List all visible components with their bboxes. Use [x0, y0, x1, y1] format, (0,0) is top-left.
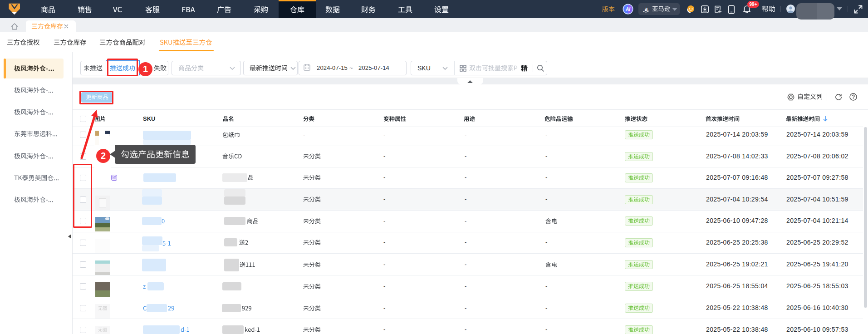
svg-text:a: a [645, 5, 648, 12]
svg-text:AI: AI [625, 7, 630, 12]
